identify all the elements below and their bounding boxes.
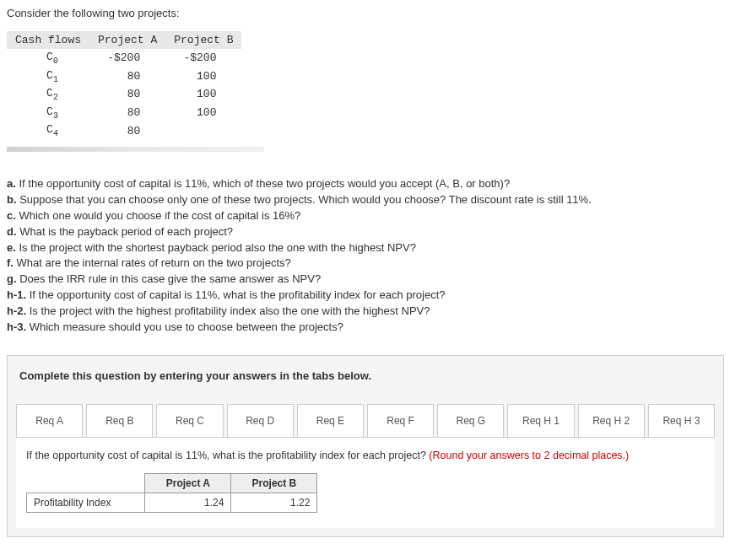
question-letter: a. [7,177,19,190]
question-line: h-1. If the opportunity cost of capital … [7,288,724,303]
progress-bar [7,147,264,152]
row-label: C3 [7,104,89,122]
tab-req-h-1[interactable]: Req H 1 [507,404,574,437]
question-text: Does the IRR rule in this case give the … [19,272,321,285]
question-text: Is the project with the highest profitab… [30,304,430,317]
question-text: If the opportunity cost of capital is 11… [19,177,510,190]
question-text: What is the payback period of each proje… [19,225,233,238]
instruction-red: (Round your answers to 2 decimal places.… [429,450,629,461]
row-label: C2 [7,85,89,104]
question-text: If the opportunity cost of capital is 11… [30,288,446,301]
blank-header [27,473,145,493]
cell-a: -$200 [89,49,165,67]
cell-b [165,121,241,140]
row-label: C0 [7,49,89,67]
cell-b: -$200 [165,49,241,67]
value-project-b[interactable]: 1.22 [231,493,317,512]
cell-b: 100 [165,104,241,122]
question-line: a. If the opportunity cost of capital is… [7,177,724,191]
tabs-container: Req AReq BReq CReq DReq EReq FReq GReq H… [8,404,723,437]
value-project-a[interactable]: 1.24 [145,493,231,512]
question-line: b. Suppose that you can choose only one … [7,193,724,207]
tab-req-g[interactable]: Req G [437,404,504,437]
col-header: Project B [165,31,241,49]
question-line: d. What is the payback period of each pr… [7,225,724,240]
table-row: C0-$200-$200 [7,49,241,67]
question-letter: h-3. [7,320,30,333]
table-row: C380100 [7,104,241,122]
tab-req-b[interactable]: Req B [86,404,153,437]
answer-prompt: Complete this question by entering your … [8,356,723,396]
answer-section: Complete this question by entering your … [7,355,724,537]
tab-req-a[interactable]: Req A [16,404,83,437]
question-text: What are the internal rates of return on… [17,256,291,269]
question-line: e. Is the project with the shortest payb… [7,241,724,256]
question-line: c. Which one would you choose if the cos… [7,209,724,223]
col-header: Project A [89,31,165,49]
table-row: C280100 [7,85,241,104]
row-label: Profitability Index [27,493,145,512]
table-row: C180100 [7,67,241,86]
tab-req-e[interactable]: Req E [297,404,364,437]
question-text: Suppose that you can choose only one of … [19,193,592,206]
cell-a: 80 [89,104,165,122]
question-letter: g. [7,272,19,285]
col-header: Cash flows [7,31,89,49]
question-text: Which one would you choose if the cost o… [19,209,300,222]
question-text: Is the project with the shortest payback… [19,241,415,254]
cell-a: 80 [89,121,165,140]
col-header: Project A [145,473,231,493]
tab-req-h-3[interactable]: Req H 3 [648,404,715,437]
questions-block: a. If the opportunity cost of capital is… [7,177,724,335]
question-letter: c. [7,209,19,222]
question-line: g. Does the IRR rule in this case give t… [7,272,724,287]
cell-a: 80 [89,67,165,86]
col-header: Project B [231,473,317,493]
cash-flow-table: Cash flows Project A Project B C0-$200-$… [7,31,241,140]
question-letter: h-2. [7,304,30,317]
cell-b: 100 [165,67,241,86]
answer-table: Project A Project B Profitability Index … [26,473,317,513]
tab-req-c[interactable]: Req C [156,404,223,437]
instruction-text: If the opportunity cost of capital is 11… [26,450,429,461]
question-letter: f. [7,256,17,269]
intro-text: Consider the following two projects: [7,7,724,19]
cell-a: 80 [89,85,165,104]
question-letter: b. [7,193,19,206]
question-letter: e. [7,241,19,254]
question-letter: d. [7,225,19,238]
tab-req-f[interactable]: Req F [367,404,434,437]
question-line: h-3. Which measure should you use to cho… [7,320,724,335]
tab-instruction: If the opportunity cost of capital is 11… [26,450,705,461]
tab-content: If the opportunity cost of capital is 11… [16,437,715,528]
question-line: h-2. Is the project with the highest pro… [7,304,724,319]
question-line: f. What are the internal rates of return… [7,256,724,271]
question-text: Which measure should you use to choose b… [30,320,343,333]
row-label: C1 [7,67,89,86]
tab-req-d[interactable]: Req D [227,404,294,437]
cell-b: 100 [165,85,241,104]
table-row: C480 [7,121,241,140]
question-letter: h-1. [7,288,30,301]
tab-req-h-2[interactable]: Req H 2 [578,404,645,437]
row-label: C4 [7,121,89,140]
